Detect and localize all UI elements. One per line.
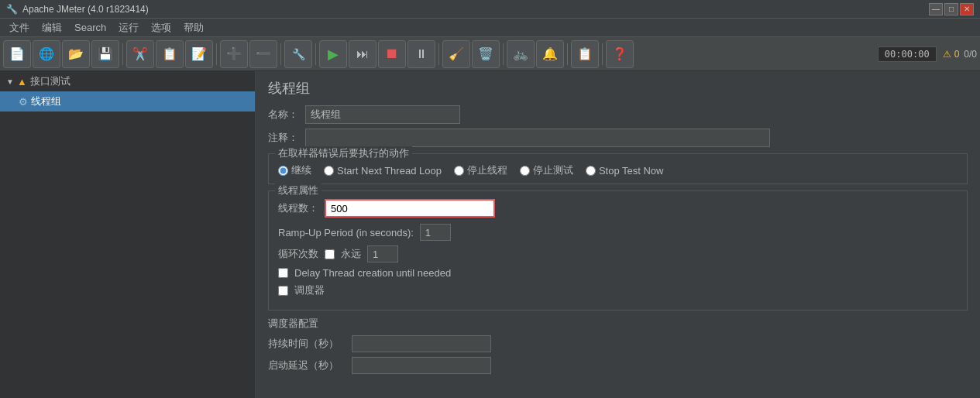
start-button[interactable]: ▶ [319,40,347,68]
radio-stop-thread-label: 停止线程 [467,163,507,177]
ramp-up-label: Ramp-Up Period (in seconds): [278,227,414,238]
radio-start-next-input[interactable] [324,166,334,176]
warning-count: 0 [954,49,960,60]
timer-display: 00:00:00 [878,46,937,62]
toolbar: 📄 🌐 📂 💾 ✂️ 📋 📝 ➕ ➖ 🔧 ▶ ⏭ ⏹ ⏸ 🧹 🗑️ 🚲 🔔 📋 … [0,37,980,71]
scheduler-label: 调度器 [294,283,325,297]
help-button[interactable]: ❓ [606,40,634,68]
radio-stop-test-input[interactable] [520,166,530,176]
start-delay-row: 启动延迟（秒） [268,357,968,374]
radio-stop-test-now-input[interactable] [586,166,596,176]
radio-continue[interactable]: 继续 [278,163,311,177]
radio-stop-thread-input[interactable] [454,166,464,176]
radio-stop-test-label: 停止测试 [533,163,573,177]
separator2 [216,43,217,65]
error-count: 0/0 [964,49,977,60]
alert-button[interactable]: 🔔 [536,40,564,68]
separator3 [280,43,281,65]
start-delay-label: 启动延迟（秒） [268,359,346,372]
delay-thread-row: Delay Thread creation until needed [278,267,958,279]
sidebar-item-test-plan[interactable]: ▼ ▲ 接口测试 [0,71,255,91]
content-area: 线程组 名称： 注释： 在取样器错误后要执行的动作 继续 Start Next … [256,71,980,398]
maximize-button[interactable]: □ [944,3,958,15]
radio-stop-test-now-label: Stop Test Now [599,165,664,177]
comment-row: 注释： [268,129,968,147]
separator4 [315,43,316,65]
window-controls: — □ ✕ [929,3,974,15]
open-url-button[interactable]: 🌐 [33,40,60,68]
name-input[interactable] [305,105,460,124]
radio-stop-test-now[interactable]: Stop Test Now [586,165,664,177]
radio-stop-thread[interactable]: 停止线程 [454,163,507,177]
warning-display: ⚠ 0 [943,49,960,60]
page-title: 线程组 [268,79,968,98]
edit-button[interactable]: 🔧 [284,40,312,68]
comment-label: 注释： [268,131,299,145]
app-icon: 🔧 [6,4,18,15]
ramp-up-input[interactable] [420,224,451,241]
cut-button[interactable]: ✂️ [126,40,154,68]
comment-input[interactable] [305,129,770,147]
title-bar-text: Apache JMeter (4.0 r1823414) [22,4,149,15]
radio-start-next[interactable]: Start Next Thread Loop [324,165,442,177]
scheduler-config-title: 调度器配置 [268,317,968,331]
test-plan-icon: ▲ [17,76,27,87]
start-delay-input[interactable] [352,357,491,374]
sidebar-item-thread-group[interactable]: ⚙ 线程组 [0,91,255,112]
clear-button[interactable]: 🧹 [442,40,470,68]
duration-input[interactable] [352,335,491,352]
separator7 [567,43,568,65]
paste-button[interactable]: 📝 [185,40,213,68]
new-button[interactable]: 📄 [3,40,31,68]
separator5 [438,43,439,65]
menu-search[interactable]: Search [68,20,112,35]
radio-continue-input[interactable] [278,166,288,176]
separator6 [503,43,504,65]
menu-options[interactable]: 选项 [145,19,177,36]
sidebar: ▼ ▲ 接口测试 ⚙ 线程组 [0,71,256,398]
save-button[interactable]: 💾 [91,40,119,68]
menu-run[interactable]: 运行 [112,19,145,36]
name-row: 名称： [268,105,968,124]
menu-help[interactable]: 帮助 [177,19,210,36]
duration-label: 持续时间（秒） [268,337,346,351]
radio-stop-test[interactable]: 停止测试 [520,163,573,177]
radio-continue-label: 继续 [291,163,311,177]
thread-group-label: 线程组 [31,94,61,108]
action-group-title: 在取样器错误后要执行的动作 [275,146,412,160]
menu-file[interactable]: 文件 [3,19,36,36]
close-button[interactable]: ✕ [960,3,974,15]
title-bar: 🔧 Apache JMeter (4.0 r1823414) — □ ✕ [0,0,980,19]
separator8 [602,43,603,65]
clear-all-button[interactable]: 🗑️ [472,40,500,68]
shutdown-button[interactable]: ⏸ [407,40,435,68]
start-no-pauses-button[interactable]: ⏭ [349,40,377,68]
minimize-button[interactable]: — [929,3,943,15]
delay-thread-label: Delay Thread creation until needed [294,267,451,279]
menu-edit[interactable]: 编辑 [36,19,68,36]
scheduler-checkbox[interactable] [278,286,288,296]
delay-thread-checkbox[interactable] [278,268,288,278]
thread-properties-group: 线程属性 线程数： Ramp-Up Period (in seconds): 循… [268,190,968,311]
remove-button[interactable]: ➖ [249,40,277,68]
test-plan-label: 接口测试 [30,74,70,88]
open-button[interactable]: 📂 [62,40,90,68]
copy-button[interactable]: 📋 [156,40,184,68]
forever-label: 永远 [341,247,361,261]
name-label: 名称： [268,108,299,122]
loop-count-input[interactable] [367,245,398,262]
separator1 [122,43,123,65]
remote-button[interactable]: 🚲 [507,40,535,68]
ramp-up-row: Ramp-Up Period (in seconds): [278,224,958,241]
scheduler-row: 调度器 [278,283,958,297]
action-group: 在取样器错误后要执行的动作 继续 Start Next Thread Loop … [268,153,968,184]
arrow-icon: ▼ [6,77,14,86]
thread-count-input[interactable] [325,199,495,218]
stop-button[interactable]: ⏹ [378,40,406,68]
add-button[interactable]: ➕ [220,40,248,68]
thread-properties-title: 线程属性 [275,184,322,197]
log-button[interactable]: 📋 [571,40,599,68]
loop-count-label: 循环次数 [278,247,318,261]
forever-checkbox[interactable] [325,249,335,259]
menu-bar: 文件 编辑 Search 运行 选项 帮助 [0,19,980,37]
